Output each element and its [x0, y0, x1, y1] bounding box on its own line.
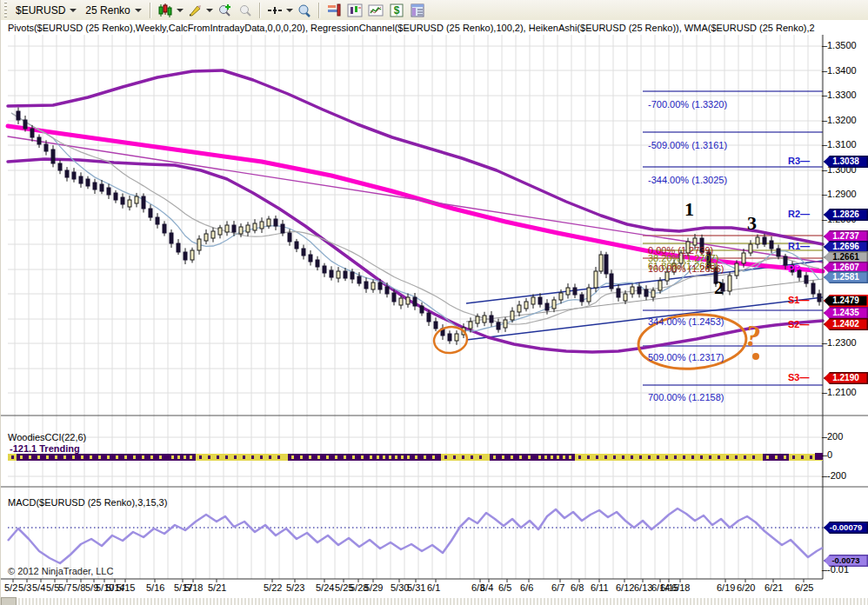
candle-body	[798, 270, 801, 277]
candle-body	[742, 253, 745, 263]
account-data-icon[interactable]: $	[387, 2, 406, 19]
cci-strip-dash	[544, 455, 547, 459]
cci-strip-dash	[72, 455, 75, 459]
chart-canvas[interactable]	[1, 20, 868, 605]
cci-strip-dash	[29, 455, 31, 459]
candle-body	[281, 224, 284, 233]
cci-strip-dash	[352, 455, 355, 459]
candle-body	[239, 227, 243, 234]
chevron-down-icon[interactable]	[177, 9, 184, 12]
cci-strip-dash	[251, 455, 254, 459]
cci-strip-dash	[551, 455, 553, 459]
cci-strip-dash	[124, 455, 127, 459]
candle-body	[497, 322, 500, 329]
candle-body	[364, 282, 368, 289]
cci-strip-dash	[326, 455, 329, 459]
candle-body	[204, 234, 208, 241]
cci-strip-dash	[502, 455, 504, 459]
chart-area[interactable]: Pivots($EURUSD (25 Renko),Weekly,CalcFro…	[1, 20, 868, 605]
candle-body	[184, 252, 187, 260]
cci-strip-dash	[479, 455, 482, 459]
instrument-selector[interactable]: $EURUSD	[12, 3, 80, 18]
drawing-tool-icon[interactable]	[185, 2, 204, 19]
candle-body	[114, 193, 117, 200]
candle-body	[378, 283, 382, 289]
cci-strip-dash	[116, 455, 118, 459]
candle-body	[644, 289, 648, 296]
cci-strip-dash	[55, 455, 57, 459]
candle-body	[177, 243, 180, 252]
cci-strip-dash	[199, 455, 202, 459]
cci-strip-dash	[407, 455, 410, 459]
candle-body	[763, 237, 766, 244]
cci-strip-dash	[225, 455, 228, 459]
cci-strip-dash	[709, 455, 711, 459]
period-selector[interactable]: 25 Renko	[82, 3, 144, 18]
candle-body	[455, 334, 458, 341]
candle-body	[316, 260, 319, 267]
cci-strip-dash	[243, 455, 245, 459]
candle-body	[434, 322, 437, 329]
zoom-in-icon[interactable]	[215, 2, 234, 19]
data-box-icon[interactable]	[295, 2, 314, 19]
cci-strip-dash	[587, 455, 590, 459]
cci-strip-dash	[718, 455, 720, 459]
candle-body	[23, 120, 27, 129]
cci-strip-dash	[142, 455, 144, 459]
chevron-down-icon[interactable]	[286, 9, 293, 12]
crosshair-icon[interactable]	[265, 2, 284, 19]
candle-body	[490, 316, 493, 322]
candle-body	[253, 223, 257, 230]
mini-chart-icon[interactable]	[366, 2, 385, 19]
cci-strip-dash	[471, 455, 473, 459]
candle-body	[504, 320, 507, 328]
cci-strip-dash	[361, 455, 364, 459]
cci-strip-dash	[90, 455, 92, 459]
candle-body	[218, 228, 222, 235]
candle-body	[599, 255, 603, 271]
candle-body	[100, 184, 103, 191]
candle-body	[573, 288, 577, 295]
candle-body	[274, 219, 277, 226]
candle-body	[679, 253, 683, 263]
cci-strip-dash	[639, 455, 642, 459]
properties-icon[interactable]	[408, 2, 427, 19]
chart-type-icon[interactable]	[156, 2, 175, 19]
ninjatrader-chart-window: $EURUSD 25 Renko $ Pivots($EURUSD (25 Re…	[0, 0, 868, 605]
toolbar-separator	[318, 3, 320, 18]
cci-strip-run	[575, 454, 763, 461]
chart-toolbar: $EURUSD 25 Renko $	[1, 0, 868, 21]
candle-body	[399, 298, 403, 305]
candle-body	[524, 302, 528, 309]
cci-strip-dash	[277, 455, 280, 459]
cci-strip-dash	[810, 455, 812, 459]
candle-body	[693, 238, 697, 245]
chart-trader-icon[interactable]	[345, 2, 364, 19]
orange-ellipse-annotation[interactable]	[637, 311, 748, 372]
cci-strip-dash	[317, 455, 320, 459]
cci-strip-dash	[519, 455, 522, 459]
candle-body	[246, 225, 250, 232]
candle-body	[79, 176, 83, 183]
candle-body	[58, 163, 62, 170]
cci-strip-dash	[300, 455, 303, 459]
zoom-out-icon[interactable]	[236, 2, 255, 19]
indicators-icon[interactable]	[324, 2, 344, 19]
candle-body	[784, 256, 787, 265]
macd-line	[8, 509, 823, 563]
purple-upper-band	[8, 70, 823, 244]
period-label: 25 Renko	[85, 4, 130, 17]
cci-strip-run	[441, 454, 490, 461]
toolbar-grip[interactable]	[3, 2, 9, 18]
question-mark-dot[interactable]	[752, 353, 759, 360]
candle-body	[323, 266, 326, 273]
candle-body	[135, 196, 138, 203]
instrument-label: $EURUSD	[16, 4, 65, 17]
chevron-down-icon[interactable]	[206, 9, 213, 12]
candle-body	[17, 111, 20, 120]
candle-body	[700, 238, 704, 252]
candle-body	[156, 217, 159, 224]
candle-body	[170, 233, 173, 243]
purple-lower-band	[8, 159, 823, 352]
candle-body	[805, 276, 808, 283]
